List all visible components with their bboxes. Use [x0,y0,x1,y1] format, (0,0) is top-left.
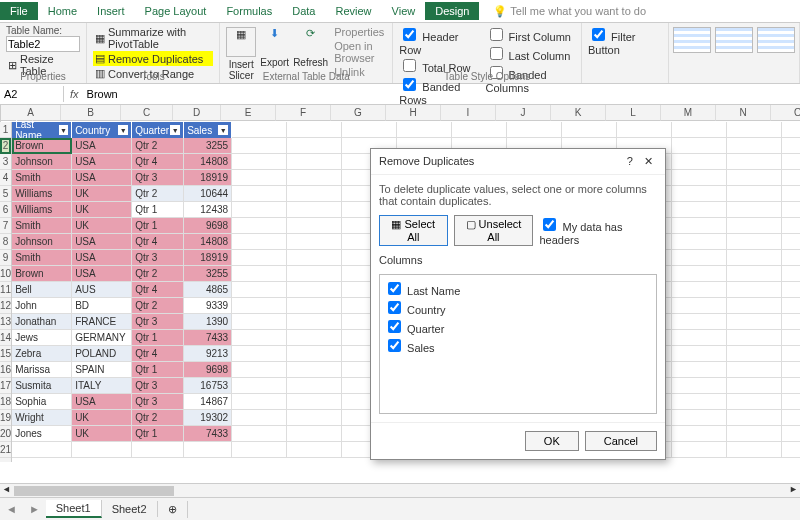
data-cell[interactable]: 14808 [184,234,232,250]
empty-cell[interactable] [672,378,727,394]
empty-cell[interactable] [782,410,800,426]
data-cell[interactable]: Qtr 2 [132,266,184,282]
empty-cell[interactable] [232,154,287,170]
column-header[interactable]: F [276,105,331,121]
ok-button[interactable]: OK [525,431,579,451]
empty-cell[interactable] [287,202,342,218]
sheet-nav-first-icon[interactable]: ◄ [0,503,23,515]
empty-cell[interactable] [287,426,342,442]
empty-cell[interactable] [232,202,287,218]
column-checkbox[interactable]: Quarter [384,317,652,336]
column-header[interactable]: C [121,105,173,121]
data-cell[interactable]: Bell [12,282,72,298]
empty-cell[interactable] [287,330,342,346]
row-header[interactable]: 4 [0,170,11,186]
empty-cell[interactable] [727,282,782,298]
table-style-preview[interactable] [715,27,753,53]
data-cell[interactable]: Sophia [12,394,72,410]
sheet-tab-sheet1[interactable]: Sheet1 [46,500,102,518]
data-cell[interactable]: Qtr 2 [132,298,184,314]
data-cell[interactable]: 18919 [184,250,232,266]
data-cell[interactable]: GERMANY [72,330,132,346]
data-cell[interactable]: USA [72,154,132,170]
row-header[interactable]: 3 [0,154,11,170]
empty-cell[interactable] [507,122,562,138]
empty-cell[interactable] [782,426,800,442]
data-cell[interactable]: Qtr 2 [132,186,184,202]
row-header[interactable]: 13 [0,314,11,330]
data-cell[interactable]: USA [72,170,132,186]
empty-cell[interactable] [727,202,782,218]
column-header[interactable]: N [716,105,771,121]
empty-cell[interactable] [782,234,800,250]
empty-cell[interactable] [782,282,800,298]
data-cell[interactable]: POLAND [72,346,132,362]
tab-page-layout[interactable]: Page Layout [135,2,217,20]
column-checkbox[interactable]: Country [384,298,652,317]
data-cell[interactable]: UK [72,186,132,202]
data-cell[interactable]: Brown [12,266,72,282]
data-cell[interactable]: BD [72,298,132,314]
empty-cell[interactable] [782,122,800,138]
data-cell[interactable]: Williams [12,202,72,218]
empty-cell[interactable] [672,154,727,170]
tab-home[interactable]: Home [38,2,87,20]
data-cell[interactable]: USA [72,234,132,250]
row-header[interactable]: 8 [0,234,11,250]
empty-cell[interactable] [672,426,727,442]
data-cell[interactable]: 3255 [184,138,232,154]
empty-cell[interactable] [782,346,800,362]
empty-cell[interactable] [727,218,782,234]
empty-cell[interactable] [672,298,727,314]
tab-insert[interactable]: Insert [87,2,135,20]
data-cell[interactable]: Qtr 3 [132,394,184,410]
empty-cell[interactable] [782,202,800,218]
row-header[interactable]: 17 [0,378,11,394]
table-header-cell[interactable]: Country▼ [72,122,132,138]
empty-cell[interactable] [287,442,342,458]
empty-cell[interactable] [727,154,782,170]
empty-cell[interactable] [232,362,287,378]
column-checkbox[interactable]: Last Name [384,279,652,298]
column-header[interactable]: K [551,105,606,121]
column-checkbox[interactable]: Sales [384,336,652,355]
data-cell[interactable]: 3255 [184,266,232,282]
data-cell[interactable]: 14867 [184,394,232,410]
empty-cell[interactable] [727,170,782,186]
data-cell[interactable]: 7433 [184,426,232,442]
empty-cell[interactable] [782,394,800,410]
column-header[interactable]: H [386,105,441,121]
empty-cell[interactable] [72,442,132,458]
empty-cell[interactable] [727,442,782,458]
empty-cell[interactable] [672,410,727,426]
empty-cell[interactable] [727,410,782,426]
data-cell[interactable]: Qtr 3 [132,170,184,186]
row-header[interactable]: 2 [0,138,11,154]
empty-cell[interactable] [727,122,782,138]
column-header[interactable]: G [331,105,386,121]
filter-dropdown-icon[interactable]: ▼ [118,125,128,135]
empty-cell[interactable] [782,218,800,234]
data-cell[interactable]: AUS [72,282,132,298]
refresh-icon[interactable]: ⟳ [297,27,325,55]
empty-cell[interactable] [287,266,342,282]
empty-cell[interactable] [132,442,184,458]
data-cell[interactable]: 12438 [184,202,232,218]
empty-cell[interactable] [287,314,342,330]
empty-cell[interactable] [672,346,727,362]
empty-cell[interactable] [782,314,800,330]
empty-cell[interactable] [232,426,287,442]
new-sheet-button[interactable]: ⊕ [158,501,188,518]
empty-cell[interactable] [287,170,342,186]
name-box[interactable] [0,86,64,102]
data-cell[interactable]: John [12,298,72,314]
empty-cell[interactable] [287,394,342,410]
data-cell[interactable]: 9698 [184,362,232,378]
row-header[interactable]: 18 [0,394,11,410]
data-cell[interactable]: Smith [12,170,72,186]
empty-cell[interactable] [232,282,287,298]
empty-cell[interactable] [617,122,672,138]
empty-cell[interactable] [727,266,782,282]
empty-cell[interactable] [782,266,800,282]
data-cell[interactable]: 4865 [184,282,232,298]
